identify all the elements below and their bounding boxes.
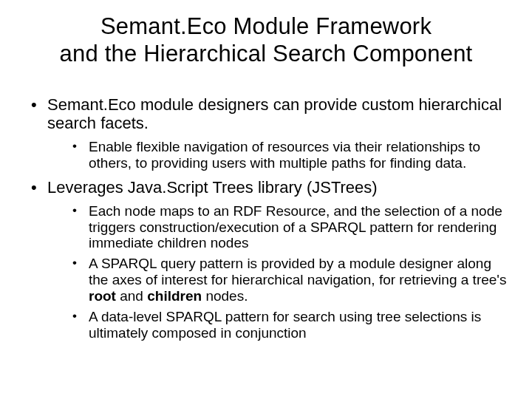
title-line-2: and the Hierarchical Search Component (22, 41, 510, 68)
bullet-1-text: Semant.Eco module designers can provide … (47, 95, 502, 132)
bullet-2-text: Leverages Java.Script Trees library (JST… (47, 178, 378, 197)
bullet-1: Semant.Eco module designers can provide … (31, 95, 510, 171)
bullet-2-1: Each node maps to an RDF Resource, and t… (72, 203, 510, 252)
bullet-2-sublist: Each node maps to an RDF Resource, and t… (47, 203, 510, 341)
bullet-1-1: Enable flexible navigation of resources … (72, 139, 510, 171)
bullet-2-2-children: children (147, 288, 202, 304)
slide-title: Semant.Eco Module Framework and the Hier… (22, 13, 510, 67)
bullet-2-3: A data-level SPARQL pattern for search u… (72, 309, 510, 341)
title-line-1: Semant.Eco Module Framework (22, 13, 510, 41)
bullet-2-2: A SPARQL query pattern is provided by a … (72, 256, 510, 304)
bullet-2: Leverages Java.Script Trees library (JST… (31, 178, 510, 341)
bullet-2-2-root: root (89, 288, 116, 304)
bullet-2-2-post: nodes. (202, 288, 248, 304)
bullet-list-level1: Semant.Eco module designers can provide … (22, 95, 510, 341)
bullet-2-2-pre: A SPARQL query pattern is provided by a … (89, 256, 506, 287)
bullet-2-1-text: Each node maps to an RDF Resource, and t… (89, 203, 502, 251)
bullet-1-sublist: Enable flexible navigation of resources … (47, 139, 510, 171)
bullet-2-2-and: and (116, 288, 147, 304)
bullet-2-3-text: A data-level SPARQL pattern for search u… (89, 309, 481, 341)
bullet-1-1-text: Enable flexible navigation of resources … (89, 139, 480, 171)
